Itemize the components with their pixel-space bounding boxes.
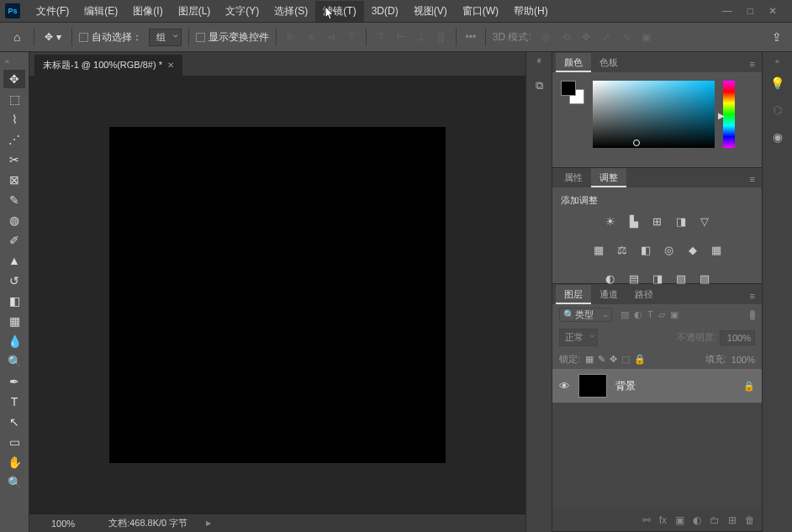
fill-input[interactable]: 100%: [731, 355, 755, 365]
dist-center-v-icon[interactable]: ⊢: [393, 29, 409, 45]
lock-position-icon[interactable]: ✥: [610, 354, 617, 365]
lookup-icon[interactable]: ▦: [709, 242, 724, 257]
lock-transparent-icon[interactable]: ▦: [585, 354, 594, 365]
brush-tool[interactable]: ✐: [3, 231, 25, 250]
status-menu-icon[interactable]: ▶: [206, 519, 211, 527]
3d-orbit-icon[interactable]: ◎: [538, 29, 553, 45]
new-fill-icon[interactable]: ◐: [693, 514, 701, 526]
layer-style-icon[interactable]: fx: [659, 514, 667, 526]
healing-tool[interactable]: ◍: [3, 211, 25, 229]
hue-sat-icon[interactable]: ▦: [591, 242, 606, 257]
layers-panel-menu-icon[interactable]: ≡: [743, 287, 762, 304]
photo-filter-icon[interactable]: ◎: [662, 242, 677, 257]
fg-bg-swatch[interactable]: [561, 81, 584, 104]
3d-scale-icon[interactable]: ⤡: [619, 29, 634, 45]
brightness-icon[interactable]: ☀: [603, 213, 618, 229]
dist-top-icon[interactable]: ⊤: [373, 29, 388, 45]
gradient-tool[interactable]: ▦: [3, 312, 25, 330]
libraries-panel-icon[interactable]: ⌬: [768, 101, 787, 119]
menu-3d[interactable]: 3D(D): [364, 2, 406, 20]
collapse-panels-icon[interactable]: «: [537, 55, 541, 64]
color-field[interactable]: [593, 81, 715, 148]
pen-tool[interactable]: ✒: [3, 372, 25, 391]
new-group-icon[interactable]: 🗀: [710, 514, 720, 526]
layer-name[interactable]: 背景: [615, 379, 735, 393]
layer-filter-search[interactable]: 🔍 ⌵: [559, 308, 612, 322]
filter-shape-icon[interactable]: ▱: [658, 309, 665, 320]
layer-visibility-icon[interactable]: 👁: [559, 380, 570, 392]
dodge-tool[interactable]: 🔍: [3, 352, 25, 371]
layers-tab[interactable]: 图层: [556, 285, 591, 304]
menu-edit[interactable]: 编辑(E): [77, 1, 125, 22]
levels-icon[interactable]: ▙: [626, 213, 642, 229]
home-button[interactable]: ⌂: [7, 27, 27, 47]
3d-camera-icon[interactable]: ▣: [639, 29, 654, 45]
vibrance-icon[interactable]: ▽: [697, 213, 712, 229]
bw-icon[interactable]: ◧: [638, 242, 653, 257]
more-options-icon[interactable]: •••: [463, 29, 478, 45]
lock-pixels-icon[interactable]: ✎: [598, 354, 605, 365]
path-select-tool[interactable]: ↖: [3, 413, 25, 431]
3d-roll-icon[interactable]: ⟲: [558, 29, 573, 45]
opacity-input[interactable]: 100%: [720, 330, 755, 345]
close-tab-icon[interactable]: ✕: [167, 61, 174, 70]
menu-file[interactable]: 文件(F): [29, 1, 77, 22]
hand-tool[interactable]: ✋: [3, 453, 25, 471]
color-tab[interactable]: 颜色: [556, 53, 591, 72]
blend-mode-dropdown[interactable]: 正常: [559, 329, 598, 346]
zoom-tool[interactable]: 🔍: [3, 473, 25, 492]
align-left-icon[interactable]: ⊫: [283, 29, 298, 45]
blur-tool[interactable]: 💧: [3, 332, 25, 350]
auto-select-dropdown[interactable]: 组: [149, 29, 182, 46]
expand-right-icon[interactable]: «: [775, 57, 779, 66]
move-tool[interactable]: ✥: [3, 70, 25, 88]
curves-icon[interactable]: ⊞: [650, 213, 665, 229]
menu-window[interactable]: 窗口(W): [455, 1, 506, 22]
properties-tab[interactable]: 属性: [556, 168, 591, 187]
cc-libraries-icon[interactable]: ◉: [768, 128, 787, 146]
eraser-tool[interactable]: ◧: [3, 292, 25, 310]
dist-bottom-icon[interactable]: ⊥: [414, 29, 429, 45]
history-panel-icon[interactable]: ⧉: [529, 76, 549, 96]
filter-pixel-icon[interactable]: ▧: [620, 309, 629, 320]
layer-item[interactable]: 👁 背景 🔒: [552, 369, 762, 403]
document-info[interactable]: 文档:468.8K/0 字节: [102, 515, 194, 531]
menu-help[interactable]: 帮助(H): [506, 1, 556, 22]
menu-type[interactable]: 文字(Y): [218, 1, 267, 22]
window-minimize-icon[interactable]: —: [722, 5, 732, 17]
menu-filter[interactable]: 滤镜(T): [315, 1, 363, 22]
hue-slider[interactable]: ▶: [723, 81, 735, 148]
menu-layer[interactable]: 图层(L): [171, 1, 219, 22]
menu-view[interactable]: 视图(V): [406, 1, 455, 22]
share-button[interactable]: ⇪: [768, 27, 785, 47]
shape-tool[interactable]: ▭: [3, 433, 25, 451]
learn-panel-icon[interactable]: 💡: [768, 74, 787, 92]
window-close-icon[interactable]: ✕: [768, 5, 777, 17]
collapse-tools-icon[interactable]: «: [0, 57, 9, 66]
document-tab[interactable]: 未标题-1 @ 100%(RGB/8#) * ✕: [34, 55, 182, 76]
foreground-color[interactable]: [561, 81, 576, 96]
3d-pan-icon[interactable]: ✥: [578, 29, 594, 45]
layer-filter-input[interactable]: [575, 310, 604, 320]
type-tool[interactable]: T: [3, 392, 25, 411]
color-panel-menu-icon[interactable]: ≡: [743, 55, 762, 72]
lock-all-icon[interactable]: 🔒: [634, 354, 646, 365]
channels-tab[interactable]: 通道: [591, 285, 626, 304]
color-balance-icon[interactable]: ⚖: [615, 242, 630, 257]
filter-type-icon[interactable]: T: [647, 309, 653, 320]
link-layers-icon[interactable]: ⚯: [642, 514, 651, 526]
menu-image[interactable]: 图像(I): [125, 1, 170, 22]
layer-thumbnail[interactable]: [578, 374, 607, 398]
props-panel-menu-icon[interactable]: ≡: [743, 171, 762, 187]
align-top-icon[interactable]: ⊤: [344, 29, 359, 45]
auto-select-checkbox[interactable]: 自动选择：: [79, 30, 142, 45]
paths-tab[interactable]: 路径: [626, 285, 662, 304]
layer-lock-icon[interactable]: 🔒: [743, 381, 755, 392]
zoom-level[interactable]: 100%: [36, 517, 90, 530]
align-right-icon[interactable]: ⫤: [324, 29, 339, 45]
show-transform-checkbox[interactable]: 显示变换控件: [196, 30, 269, 45]
filter-smart-icon[interactable]: ▣: [670, 309, 678, 320]
filter-toggle[interactable]: [750, 310, 755, 320]
document-canvas[interactable]: [109, 127, 446, 463]
adjustments-tab[interactable]: 调整: [591, 168, 626, 187]
